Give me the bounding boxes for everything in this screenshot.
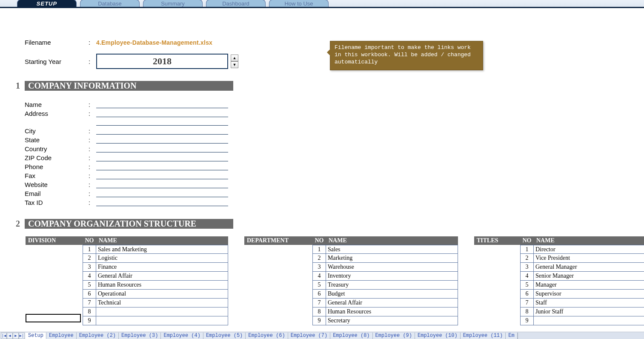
- worksheet[interactable]: Filename important to make the links wor…: [0, 8, 644, 332]
- sheet-tab[interactable]: Employee (4): [161, 333, 203, 339]
- sheet-tab[interactable]: Employee (7): [288, 333, 330, 339]
- year-up-button[interactable]: ▲: [231, 55, 238, 61]
- cell-no[interactable]: 7: [520, 299, 534, 307]
- cell-name[interactable]: Supervisor: [534, 290, 644, 299]
- cell-no[interactable]: 4: [312, 272, 326, 281]
- sheet-tab[interactable]: Employee (3): [119, 333, 161, 339]
- sheet-tab[interactable]: Employee (11): [461, 333, 506, 339]
- sheet-tab[interactable]: Employee: [46, 333, 77, 339]
- sheet-nav-first[interactable]: |◀: [1, 333, 7, 339]
- cell-no[interactable]: 9: [312, 316, 326, 325]
- cell-name[interactable]: Operational: [96, 290, 228, 299]
- cell-name[interactable]: Sales and Marketing: [96, 245, 228, 254]
- sheet-tab[interactable]: Setup: [26, 333, 46, 339]
- cell-no[interactable]: 1: [312, 245, 326, 254]
- table-row: 1Sales: [244, 245, 458, 254]
- company-field-input[interactable]: [96, 137, 228, 144]
- table-row: 5Human Resources: [26, 281, 228, 290]
- table-row: 5Treasury: [244, 281, 458, 290]
- sheet-tab[interactable]: Employee (5): [203, 333, 246, 339]
- cell-name[interactable]: Logistic: [96, 254, 228, 263]
- cell-no[interactable]: 1: [520, 245, 534, 254]
- cell-no[interactable]: 9: [520, 316, 534, 325]
- cell-no[interactable]: 9: [83, 316, 96, 325]
- company-field-input[interactable]: [96, 172, 228, 179]
- cell-name[interactable]: [534, 316, 644, 325]
- cell-no[interactable]: 8: [83, 307, 96, 316]
- cell-name[interactable]: General Affair: [326, 299, 458, 307]
- year-down-button[interactable]: ▼: [231, 61, 238, 68]
- cell-no[interactable]: 3: [83, 263, 96, 272]
- sheet-tab[interactable]: Employee (10): [415, 333, 461, 339]
- cell-name[interactable]: Vice President: [534, 254, 644, 263]
- cell-no[interactable]: 7: [83, 299, 96, 307]
- filename-label: Filename: [25, 39, 89, 46]
- cell-no[interactable]: 3: [312, 263, 326, 272]
- company-field-row: Name:: [25, 101, 644, 108]
- cell-no[interactable]: 4: [520, 272, 534, 281]
- cell-no[interactable]: 2: [520, 254, 534, 263]
- cell-no[interactable]: 6: [312, 290, 326, 299]
- cell-no[interactable]: 2: [312, 254, 326, 263]
- cell-name[interactable]: [96, 316, 228, 325]
- sheet-nav-last[interactable]: ▶|: [19, 333, 25, 339]
- company-field-input[interactable]: [96, 155, 228, 161]
- company-field-input[interactable]: [96, 199, 228, 206]
- cell-no[interactable]: 2: [83, 254, 96, 263]
- company-field-input[interactable]: [96, 128, 228, 135]
- table-row: 8: [26, 307, 228, 316]
- company-field-input[interactable]: [96, 190, 228, 197]
- sheet-tab[interactable]: Employee (6): [246, 333, 288, 339]
- table-row: 9: [474, 316, 644, 325]
- table-row: 2Marketing: [244, 254, 458, 263]
- colon: :: [89, 181, 96, 188]
- sheet-tab[interactable]: Employee (8): [330, 333, 372, 339]
- starting-year-input[interactable]: 2018: [96, 54, 228, 69]
- sheet-nav-next[interactable]: ▶: [13, 333, 19, 339]
- cell-name[interactable]: Sales: [326, 245, 458, 254]
- cell-no[interactable]: 8: [520, 307, 534, 316]
- cell-name[interactable]: Human Resources: [96, 281, 228, 290]
- cell-no[interactable]: 6: [83, 290, 96, 299]
- cell-name[interactable]: Manager: [534, 281, 644, 290]
- sheet-nav-prev[interactable]: ◀: [7, 333, 13, 339]
- cell-name[interactable]: Technical: [96, 299, 228, 307]
- sheet-tab[interactable]: Employee (9): [373, 333, 415, 339]
- cell-name[interactable]: Warehouse: [326, 263, 458, 272]
- sheet-tab[interactable]: Employee (2): [77, 333, 119, 339]
- cell-name[interactable]: Marketing: [326, 254, 458, 263]
- company-field-input[interactable]: [96, 119, 228, 126]
- section-number: 1: [12, 81, 25, 91]
- sheet-tab[interactable]: Em: [506, 333, 517, 339]
- cell-no[interactable]: 5: [312, 281, 326, 290]
- cell-no[interactable]: 5: [83, 281, 96, 290]
- company-field-input[interactable]: [96, 110, 228, 117]
- row-spacer: [474, 290, 520, 299]
- cell-name[interactable]: Director: [534, 245, 644, 254]
- company-field-input[interactable]: [96, 146, 228, 152]
- cell-name[interactable]: Secretary: [326, 316, 458, 325]
- row-spacer: [244, 245, 312, 254]
- row-spacer: [244, 263, 312, 272]
- cell-name[interactable]: General Affair: [96, 272, 228, 281]
- cell-no[interactable]: 3: [520, 263, 534, 272]
- cell-name[interactable]: Treasury: [326, 281, 458, 290]
- cell-no[interactable]: 7: [312, 299, 326, 307]
- company-field-input[interactable]: [96, 101, 228, 108]
- cell-no[interactable]: 1: [83, 245, 96, 254]
- cell-name[interactable]: Senior Manager: [534, 272, 644, 281]
- cell-name[interactable]: Inventory: [326, 272, 458, 281]
- cell-no[interactable]: 6: [520, 290, 534, 299]
- cell-no[interactable]: 8: [312, 307, 326, 316]
- cell-name[interactable]: Finance: [96, 263, 228, 272]
- company-field-input[interactable]: [96, 164, 228, 170]
- cell-name[interactable]: Budget: [326, 290, 458, 299]
- cell-no[interactable]: 4: [83, 272, 96, 281]
- cell-name[interactable]: [96, 307, 228, 316]
- company-field-input[interactable]: [96, 181, 228, 188]
- cell-name[interactable]: General Manager: [534, 263, 644, 272]
- cell-name[interactable]: Staff: [534, 299, 644, 307]
- cell-name[interactable]: Human Resources: [326, 307, 458, 316]
- cell-no[interactable]: 5: [520, 281, 534, 290]
- cell-name[interactable]: Junior Staff: [534, 307, 644, 316]
